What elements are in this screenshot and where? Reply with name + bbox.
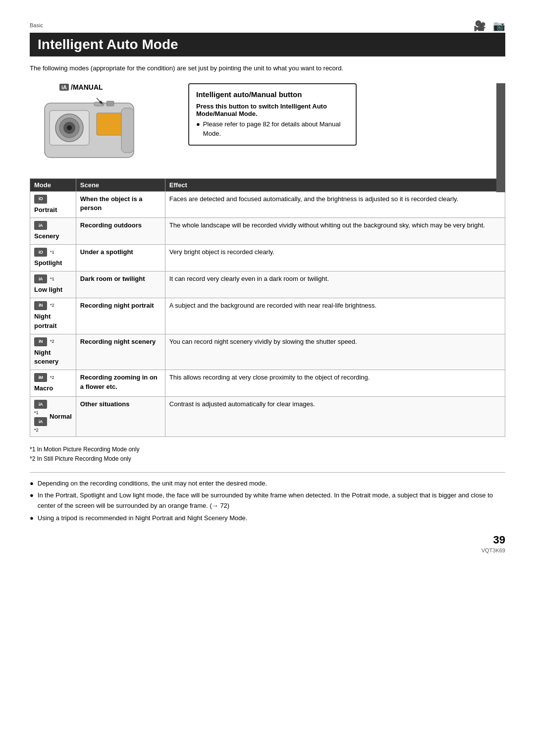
col-effect: Effect (165, 178, 505, 191)
notes-section: ●Depending on the recording conditions, … (30, 472, 505, 524)
svg-rect-9 (121, 108, 134, 153)
right-tab (496, 83, 505, 192)
note-1: ●Depending on the recording conditions, … (30, 479, 505, 489)
mode-table: Mode Scene Effect iO PortraitWhen the ob… (30, 178, 505, 437)
table-row: iO*1 SpotlightUnder a spotlightVery brig… (30, 245, 505, 271)
note-2: ●In the Portrait, Spotlight and Low ligh… (30, 490, 505, 511)
still-camera-icon: 📷 (493, 20, 505, 32)
infobox-bullet: Please refer to page 82 for details abou… (203, 119, 349, 139)
bullet-dot: ● (196, 119, 200, 139)
video-camera-icon: 🎥 (474, 20, 486, 32)
footnote-2: *2 In Still Picture Recording Mode only (30, 454, 505, 464)
infobox-title: Intelligent auto/Manual button (196, 90, 349, 99)
manual-label: /MANUAL (71, 83, 103, 91)
table-row: iA SceneryRecording outdoorsThe whole la… (30, 218, 505, 245)
footnotes: *1 In Motion Picture Recording Mode only… (30, 445, 505, 464)
infobox-bold: Press this button to switch Intelligent … (196, 103, 349, 117)
table-row: iA*1 iA*2 Normal Other situationsContras… (30, 397, 505, 437)
col-scene: Scene (76, 178, 165, 191)
table-row: iO PortraitWhen the object is a personFa… (30, 191, 505, 218)
col-mode: Mode (30, 178, 76, 191)
table-row: iN*2 Night portraitRecording night portr… (30, 298, 505, 334)
vqt-code: VQT3K69 (30, 547, 505, 553)
page-label: Basic (30, 22, 43, 28)
page-number: 39 (30, 534, 505, 546)
note-bullet-dot: ● (30, 513, 34, 524)
note-bullet-dot: ● (30, 479, 34, 489)
infobox: Intelligent auto/Manual button Press thi… (188, 83, 357, 146)
camera-illustration (30, 83, 154, 165)
table-row: iM*2 MacroRecording zooming in on a flow… (30, 370, 505, 397)
intro-text: The following modes (appropriate for the… (30, 63, 505, 73)
footnote-1: *1 In Motion Picture Recording Mode only (30, 445, 505, 454)
ia-badge: iA (59, 84, 69, 91)
note-3: ●Using a tripod is recommended in Night … (30, 513, 505, 524)
table-row: iA*1 Low lightDark room or twilightIt ca… (30, 271, 505, 298)
page-title: Intelligent Auto Mode (30, 33, 505, 56)
svg-point-5 (67, 125, 72, 130)
table-row: iN*2 Night sceneryRecording night scener… (30, 334, 505, 370)
svg-rect-8 (107, 101, 114, 106)
svg-rect-7 (94, 102, 104, 106)
note-bullet-dot: ● (30, 490, 34, 511)
